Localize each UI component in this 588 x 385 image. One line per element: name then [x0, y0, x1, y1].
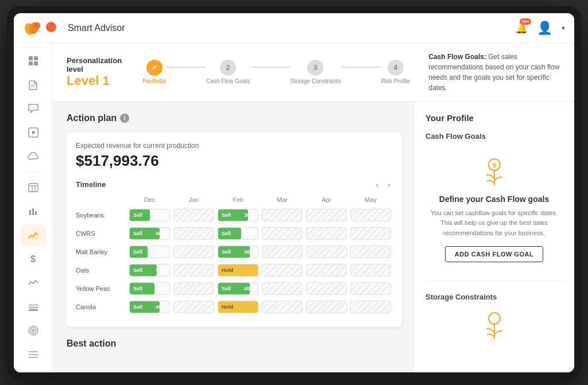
svg-rect-15 — [29, 210, 31, 215]
best-action-section: Best action — [67, 339, 402, 349]
sidebar-item-cloud[interactable] — [21, 146, 46, 168]
month-apr: Apr — [304, 196, 349, 203]
personalization-bar: Personalization level Level 1 ✓ Portfoli… — [53, 44, 574, 102]
personalization-level: Level 1 — [67, 73, 124, 88]
svg-rect-4 — [34, 56, 38, 60]
status-dot — [46, 22, 56, 32]
sidebar: $ — [14, 44, 53, 372]
step-line-3-4 — [341, 67, 381, 68]
grid-icon — [28, 56, 38, 66]
svg-rect-20 — [29, 306, 38, 308]
step-2[interactable]: 2 Cash Flow Goals — [206, 60, 250, 84]
header-actions: 🔔 99+ 👤 ▾ — [515, 21, 565, 36]
layers-icon — [28, 302, 38, 312]
sidebar-item-grid[interactable] — [21, 50, 46, 72]
bar-yellowpeas-feb: Sell 40% — [218, 282, 258, 295]
document-icon — [29, 80, 38, 90]
bar-soybeans-dec: Sell 10% — [129, 209, 170, 221]
bar-oats-feb: Hold — [218, 264, 258, 277]
action-plan-title: Action plan — [67, 113, 117, 123]
timeline-label: Timeline — [76, 180, 106, 189]
timeline-prev-button[interactable]: ‹ — [374, 179, 381, 190]
sidebar-item-chart-area[interactable] — [21, 224, 46, 246]
info-icon[interactable]: i — [120, 114, 129, 123]
table-row: Oats Sell 35% — [76, 263, 393, 278]
step-4[interactable]: 4 Risk Profile — [381, 60, 411, 84]
notification-button[interactable]: 🔔 99+ — [515, 22, 528, 34]
table-row: Malt Barley Sell 10% — [76, 244, 393, 259]
month-feb: Feb — [216, 196, 260, 203]
sidebar-item-table[interactable] — [21, 177, 46, 199]
month-may: May — [349, 196, 393, 203]
step-circle-4: 4 — [388, 60, 404, 76]
header-chevron-icon[interactable]: ▾ — [562, 24, 565, 32]
month-dec: Dec — [127, 196, 172, 203]
top-bar: Smart Advisor 🔔 99+ 👤 ▾ — [14, 13, 574, 44]
chat-icon — [28, 104, 38, 113]
table-icon — [28, 183, 38, 192]
cashflow-goals-description-title: Cash Flow Goals: — [428, 53, 486, 61]
timeline-next-button[interactable]: › — [385, 179, 393, 190]
cash-flow-section-label: Cash Flow Goals — [425, 132, 563, 141]
sidebar-item-dollar[interactable]: $ — [21, 248, 46, 270]
best-action-header: Best action — [67, 339, 402, 349]
sidebar-item-doc[interactable] — [21, 74, 46, 96]
right-panel-title: Your Profile — [425, 113, 563, 123]
user-avatar-icon[interactable]: 👤 — [537, 21, 552, 36]
sidebar-divider-1 — [25, 172, 42, 172]
storage-constraints-label: Storage Constraints — [425, 293, 563, 301]
logo — [23, 19, 56, 37]
app-logo — [23, 19, 41, 37]
svg-rect-11 — [29, 184, 38, 192]
svg-point-2 — [34, 22, 40, 28]
sidebar-item-list[interactable] — [21, 344, 46, 365]
bar-cwrs-feb: Sell 20% — [218, 227, 258, 240]
step-circle-1: ✓ — [146, 60, 163, 76]
step-label-3: Storage Constraints — [290, 78, 341, 84]
sidebar-item-line-chart[interactable] — [21, 272, 46, 294]
step-label-4: Risk Profile — [381, 78, 411, 84]
bar-maltbarley-feb: Sell 40% — [218, 246, 258, 258]
step-label-2: Cash Flow Goals — [206, 78, 250, 84]
app-title: Smart Advisor — [68, 23, 515, 33]
bar-maltbarley-dec: Sell 10% — [129, 246, 170, 258]
svg-rect-16 — [32, 208, 34, 215]
bar-yellowpeas-dec: Sell 30% — [129, 282, 170, 295]
step-3[interactable]: 3 Storage Constraints — [290, 60, 341, 84]
list-icon — [28, 351, 38, 359]
chart-bar-icon — [28, 207, 38, 216]
month-mar: Mar — [260, 196, 304, 203]
step-line-1-2 — [166, 67, 206, 68]
cloud-icon — [28, 152, 39, 160]
bar-canola-feb: Hold — [218, 301, 258, 313]
svg-rect-5 — [29, 61, 33, 65]
personalization-label: Personalization level — [67, 56, 124, 73]
add-cash-flow-goal-button[interactable]: ADD CASH FLOW GOAL — [445, 246, 543, 262]
define-cashflow-section: $ Define your Cash Flow goals You can se… — [425, 150, 563, 270]
svg-point-31 — [489, 313, 500, 324]
sidebar-item-chart-bar[interactable] — [21, 201, 46, 223]
svg-rect-17 — [35, 211, 37, 215]
line-chart-icon — [28, 279, 38, 287]
sidebar-item-layers[interactable] — [21, 296, 46, 318]
bar-oats-dec: Sell 35% — [129, 264, 170, 277]
sidebar-item-target[interactable] — [21, 320, 46, 341]
step-1[interactable]: ✓ Portfolio — [142, 60, 166, 84]
bar-canola-dec: Sell 40% — [129, 301, 170, 313]
sidebar-item-play[interactable] — [21, 122, 46, 143]
play-icon — [28, 127, 38, 138]
bar-cwrs-dec: Sell 40% — [129, 227, 170, 240]
target-icon — [28, 325, 38, 336]
sidebar-item-chat[interactable] — [21, 98, 46, 120]
table-row: Canola Sell 40% — [76, 300, 393, 314]
month-jan: Jan — [172, 196, 216, 203]
left-panel: Action plan i Expected revenue for curre… — [53, 102, 413, 372]
svg-marker-10 — [32, 130, 36, 135]
best-action-title: Best action — [67, 339, 116, 349]
cashflow-plant-icon: $ — [478, 157, 510, 189]
notification-badge: 99+ — [520, 18, 531, 25]
step-circle-3: 3 — [307, 60, 323, 76]
right-panel: Your Profile Cash Flow Goals $ — [413, 102, 574, 372]
table-row: Soybeans Sell 10% — [76, 208, 393, 223]
svg-text:$: $ — [492, 162, 496, 169]
